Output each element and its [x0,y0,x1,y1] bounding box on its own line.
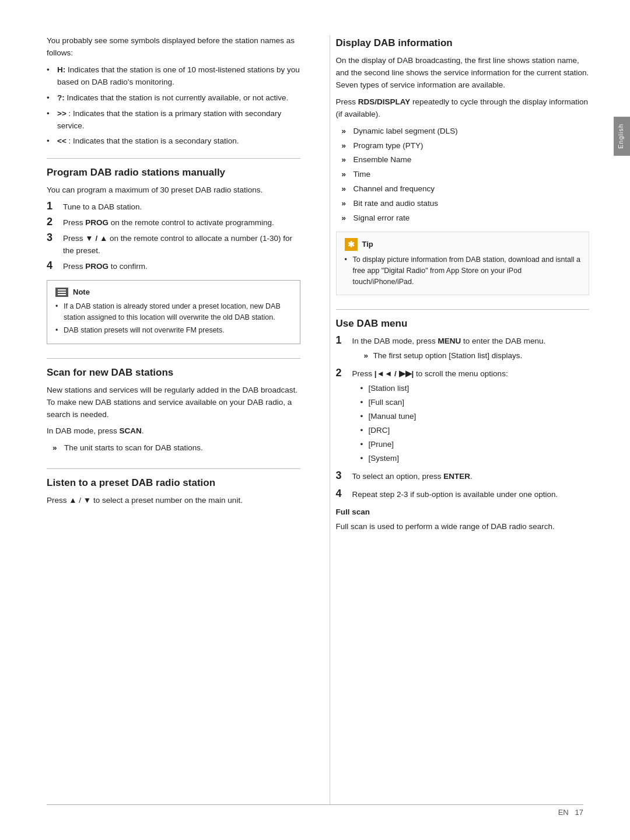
intro-bullet-q-text: Indicates that the station is not curren… [67,93,289,102]
use-dab-step-num-4: 4 [336,488,342,501]
full-scan-text: Full scan is used to perform a wide rang… [336,521,590,533]
use-dab-step-num-2: 2 [336,367,342,380]
intro-bullet-forward: >> : Indicates that the station is a pri… [47,108,300,132]
use-dab-step-num-1: 1 [336,334,342,347]
program-dab-intro: You can program a maximum of 30 preset D… [47,184,300,197]
display-dab-tip: ✱ Tip To display picture information fro… [336,232,590,295]
use-dab-step-3-post: . [470,472,473,481]
note-header: Note [55,286,292,298]
use-dab-menu-section: Use DAB menu 1 In the DAB mode, press ME… [336,318,590,533]
tip-label: Tip [362,239,373,250]
tip-bullet-1: To display picture information from DAB … [345,254,581,287]
use-dab-step-1: 1 In the DAB mode, press MENU to enter t… [336,335,590,362]
footer-en: EN [558,808,569,817]
step-1-text: Tune to a DAB station. [63,202,142,211]
display-item-4: Channel and frequency [342,183,590,195]
divider-2 [47,358,300,359]
tip-icon: ✱ [345,238,358,251]
left-column: You probably see some symbols displayed … [47,35,306,805]
note-icon-lines [58,289,66,295]
footer-line [47,804,583,805]
intro-bullets-list: H: Indicates that the station is one of … [47,64,300,148]
use-dab-step-1-post: to enter the DAB menu. [461,337,545,345]
sub-system: [System] [360,453,590,465]
intro-bullet-forward-label: >> [57,109,66,118]
program-dab-step-2: 2 Press PROG on the remote control to ac… [47,217,300,229]
use-dab-menu-steps: 1 In the DAB mode, press MENU to enter t… [336,335,590,501]
note-icon-line-2 [58,292,66,293]
intro-bullet-q: ?: Indicates that the station is not cur… [47,92,300,104]
display-dab-text1: On the display of DAB broadcasting, the … [336,55,590,92]
note-bullet-1: If a DAB station is already stored under… [55,301,292,323]
display-item-6: Signal error rate [342,212,590,225]
step-4-post: to confirm. [108,262,148,271]
intro-bullet-h: H: Indicates that the station is one of … [47,64,300,89]
use-dab-step-2-pre: Press [352,369,374,378]
page-footer: EN 17 [558,808,583,817]
divider-1 [47,158,300,159]
tip-header: ✱ Tip [345,238,581,251]
program-dab-step-4: 4 Press PROG to confirm. [47,261,300,273]
display-dab-text2-bold: RDS/DISPLAY [358,97,411,106]
listen-preset-text: Press ▲ / ▼ to select a preset number on… [47,495,300,507]
use-dab-step-2: 2 Press |◄◄ / ▶▶| to scroll the menu opt… [336,368,590,464]
listen-preset-title: Listen to a preset DAB radio station [47,477,300,489]
step-num-1: 1 [47,200,52,213]
scan-dab-text2: In DAB mode, press SCAN. [47,425,300,438]
full-scan-header: Full scan [336,506,590,519]
use-dab-step-2-bold: |◄◄ / ▶▶| [374,369,414,378]
step-3-bold: ▼ / ▲ [85,234,107,243]
intro-bullet-back: << : Indicates that the station is a sec… [47,135,300,148]
use-dab-step-num-3: 3 [336,470,342,482]
program-dab-steps: 1 Tune to a DAB station. 2 Press PROG on… [47,201,300,273]
listen-preset-section: Listen to a preset DAB radio station Pre… [47,477,300,507]
note-bullet-2: DAB station presets will not overwrite F… [55,325,292,336]
display-dab-items: Dynamic label segment (DLS) Program type… [336,125,590,225]
intro-bullet-forward-text: : Indicates that the station is a primar… [57,109,281,130]
right-column: Display DAB information On the display o… [330,35,590,805]
note-icon [55,288,68,297]
scan-dab-arrows: The unit starts to scan for DAB stations… [47,442,300,454]
scan-dab-section: Scan for new DAB stations New stations a… [47,367,300,455]
intro-bullet-q-label: ?: [57,93,65,102]
program-dab-step-3: 3 Press ▼ / ▲ on the remote control to a… [47,233,300,257]
scan-dab-title: Scan for new DAB stations [47,367,300,379]
use-dab-step-3: 3 To select an option, press ENTER. [336,471,590,483]
note-icon-line-1 [58,289,66,290]
display-item-0: Dynamic label segment (DLS) [342,125,590,138]
step-num-4: 4 [47,260,52,272]
intro-text: You probably see some symbols displayed … [47,35,300,60]
tip-bullets-list: To display picture information from DAB … [345,254,581,287]
step-2-bold: PROG [85,218,108,227]
step-2-post: on the remote control to activate progra… [108,218,274,227]
display-dab-title: Display DAB information [336,37,590,49]
display-dab-text2-pre: Press [336,97,358,106]
note-bullets-list: If a DAB station is already stored under… [55,301,292,335]
sub-station-list: [Station list] [360,383,590,395]
use-dab-step-2-sub: [Station list] [Full scan] [Manual tune]… [352,383,590,465]
note-label: Note [73,286,90,298]
display-dab-section: Display DAB information On the display o… [336,37,590,295]
display-item-5: Bit rate and audio status [342,198,590,210]
use-dab-step-1-pre: In the DAB mode, press [352,337,438,345]
scan-dab-text2-pre: In DAB mode, press [47,426,120,435]
program-dab-section: Program DAB radio stations manually You … [47,167,300,344]
sub-full-scan: [Full scan] [360,397,590,409]
use-dab-step-1-bold: MENU [438,337,461,345]
scan-dab-text2-post: . [142,426,144,435]
intro-bullet-back-label: << [57,136,66,145]
divider-3 [47,468,300,469]
scan-dab-arrow-1: The unit starts to scan for DAB stations… [52,442,300,454]
scan-dab-text2-bold: SCAN [120,426,142,435]
display-item-3: Time [342,169,590,181]
step-2-pre: Press [63,218,85,227]
display-item-1: Program type (PTY) [342,140,590,152]
intro-bullet-h-text: Indicates that the station is one of 10 … [57,65,300,86]
display-item-2: Ensemble Name [342,154,590,166]
use-dab-step-4-text: Repeat step 2-3 if sub-option is availab… [352,490,558,499]
step-4-pre: Press [63,262,85,271]
scan-dab-text1: New stations and services will be regula… [47,384,300,421]
use-dab-menu-title: Use DAB menu [336,318,590,330]
sub-manual-tune: [Manual tune] [360,411,590,423]
note-icon-line-3 [58,294,66,295]
